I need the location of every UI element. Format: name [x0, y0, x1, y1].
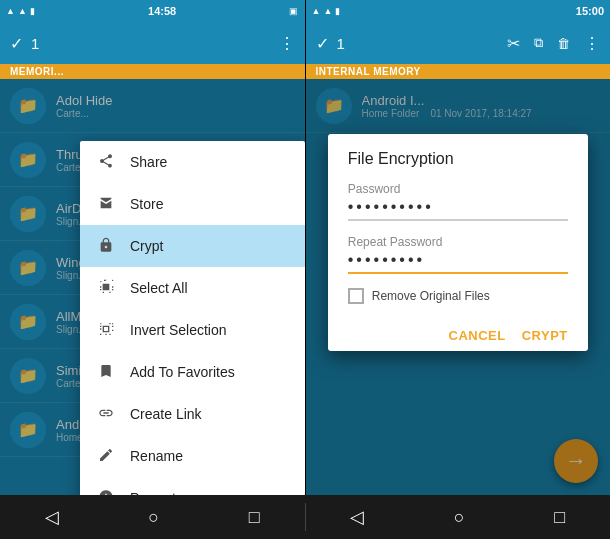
bookmark-icon — [96, 363, 116, 382]
left-status-time: 14:58 — [148, 5, 176, 17]
right-signal-icon: ▲ — [312, 6, 321, 16]
right-screen: ▲ ▲ ▮ 15:00 ✓ 1 ✂ ⧉ 🗑 ⋮ INTERNAL MEMORY … — [306, 0, 611, 495]
password-label: Password — [348, 182, 568, 196]
right-delete-icon[interactable]: 🗑 — [557, 36, 570, 51]
right-file-list: 📁 Android I... Home Folder 01 Nov 2017, … — [306, 79, 611, 495]
menu-crypt-label: Crypt — [130, 238, 163, 254]
left-battery-icon: ▮ — [30, 6, 35, 16]
right-home-button[interactable]: ○ — [454, 507, 465, 528]
menu-favorites-label: Add To Favorites — [130, 364, 235, 380]
left-selection-count: 1 — [31, 35, 265, 52]
right-copy-icon[interactable]: ⧉ — [534, 35, 543, 51]
right-selection-count: 1 — [337, 35, 494, 52]
menu-item-select-all[interactable]: Select All — [80, 267, 305, 309]
select-all-icon — [96, 279, 116, 298]
menu-item-invert-selection[interactable]: Invert Selection — [80, 309, 305, 351]
repeat-password-label: Repeat Password — [348, 235, 568, 249]
left-file-list: 📁 Adol Hide Carte... 📁 Thrushby... Carte… — [0, 79, 305, 495]
left-bottom-nav: ◁ ○ □ — [0, 506, 305, 528]
menu-item-share[interactable]: Share — [80, 141, 305, 183]
share-icon — [96, 153, 116, 172]
remove-original-checkbox[interactable] — [348, 288, 364, 304]
dialog-actions: CANCEL CRYPT — [348, 320, 568, 351]
menu-create-link-label: Create Link — [130, 406, 202, 422]
right-cut-icon[interactable]: ✂ — [507, 34, 520, 53]
left-screen: ▲ ▲ ▮ 14:58 ▣ ✓ 1 ⋮ MEMORI... 📁 Adol Hid… — [0, 0, 305, 495]
right-status-time: 15:00 — [576, 5, 604, 17]
lock-icon — [96, 237, 116, 256]
password-field-row: •••••••••• — [348, 198, 568, 221]
left-status-bar: ▲ ▲ ▮ 14:58 ▣ — [0, 0, 305, 22]
menu-invert-label: Invert Selection — [130, 322, 227, 338]
right-back-button[interactable]: ◁ — [350, 506, 364, 528]
right-more-icon[interactable]: ⋮ — [584, 34, 600, 53]
store-icon — [96, 195, 116, 214]
right-check-icon: ✓ — [316, 34, 329, 53]
right-status-bar: ▲ ▲ ▮ 15:00 — [306, 0, 611, 22]
right-battery-icon: ▮ — [335, 6, 340, 16]
menu-item-rename[interactable]: Rename — [80, 435, 305, 477]
menu-share-label: Share — [130, 154, 167, 170]
left-recent-button[interactable]: □ — [249, 507, 260, 528]
left-toolbar: ✓ 1 ⋮ — [0, 22, 305, 64]
left-folder-label: MEMORI... — [0, 64, 305, 79]
menu-store-label: Store — [130, 196, 163, 212]
left-screenshot-icon: ▣ — [289, 6, 298, 16]
repeat-password-field-row: ••••••••• — [348, 251, 568, 274]
right-recent-button[interactable]: □ — [554, 507, 565, 528]
invert-selection-icon — [96, 321, 116, 340]
menu-property-label: Property — [130, 490, 183, 495]
remove-original-row: Remove Original Files — [348, 288, 568, 304]
link-icon — [96, 405, 116, 424]
menu-item-store[interactable]: Store — [80, 183, 305, 225]
info-icon — [96, 489, 116, 496]
rename-icon — [96, 447, 116, 466]
left-check-icon: ✓ — [10, 34, 23, 53]
right-wifi-icon: ▲ — [323, 6, 332, 16]
left-back-button[interactable]: ◁ — [45, 506, 59, 528]
left-wifi-icon: ▲ — [18, 6, 27, 16]
file-encryption-dialog: File Encryption Password •••••••••• Repe… — [328, 134, 588, 351]
right-toolbar: ✓ 1 ✂ ⧉ 🗑 ⋮ — [306, 22, 611, 64]
repeat-password-value[interactable]: ••••••••• — [348, 251, 568, 269]
dialog-backdrop[interactable]: File Encryption Password •••••••••• Repe… — [306, 79, 611, 495]
left-more-icon[interactable]: ⋮ — [279, 34, 295, 53]
bottom-nav: ◁ ○ □ ◁ ○ □ — [0, 495, 610, 539]
crypt-button[interactable]: CRYPT — [522, 328, 568, 343]
left-signal-icon: ▲ — [6, 6, 15, 16]
menu-item-favorites[interactable]: Add To Favorites — [80, 351, 305, 393]
dialog-title: File Encryption — [348, 150, 568, 168]
cancel-button[interactable]: CANCEL — [449, 328, 506, 343]
menu-item-create-link[interactable]: Create Link — [80, 393, 305, 435]
remove-original-label: Remove Original Files — [372, 289, 490, 303]
context-menu: Share Store Crypt — [80, 141, 305, 495]
right-bottom-nav: ◁ ○ □ — [306, 506, 611, 528]
menu-item-crypt[interactable]: Crypt — [80, 225, 305, 267]
right-folder-label: INTERNAL MEMORY — [306, 64, 611, 79]
password-value[interactable]: •••••••••• — [348, 198, 568, 216]
left-home-button[interactable]: ○ — [148, 507, 159, 528]
menu-rename-label: Rename — [130, 448, 183, 464]
menu-item-property[interactable]: Property — [80, 477, 305, 495]
menu-select-all-label: Select All — [130, 280, 188, 296]
